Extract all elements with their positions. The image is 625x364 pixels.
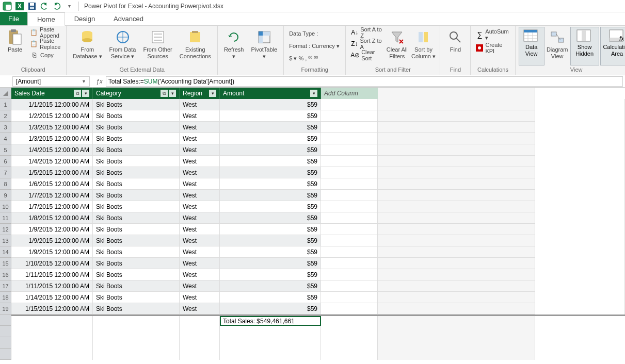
- cell-add[interactable]: [321, 212, 378, 224]
- pivottable-button[interactable]: PivotTable ▾: [248, 27, 280, 65]
- cell-date[interactable]: 1/6/2015 12:00:00 AM: [11, 178, 93, 190]
- tab-design[interactable]: Design: [65, 12, 104, 25]
- cell-category[interactable]: Ski Boots: [93, 178, 180, 190]
- cell-amount[interactable]: $59: [220, 144, 321, 156]
- autosum-button[interactable]: ∑AutoSum ▾: [474, 29, 511, 40]
- cell-region[interactable]: West: [180, 224, 220, 235]
- col-salesdate[interactable]: Sales Date⧉▾: [11, 88, 93, 99]
- cell-category[interactable]: Ski Boots: [93, 292, 180, 303]
- cell-category[interactable]: Ski Boots: [93, 190, 180, 201]
- cell-region[interactable]: West: [180, 167, 220, 178]
- add-column[interactable]: Add Column: [321, 88, 378, 99]
- cell-date[interactable]: 1/5/2015 12:00:00 AM: [11, 167, 93, 178]
- col-amount[interactable]: Amount▾: [220, 88, 321, 99]
- cell-region[interactable]: West: [180, 235, 220, 246]
- measure-cell[interactable]: Total Sales: $549,461,661: [220, 316, 321, 326]
- data-view-button[interactable]: Data View: [519, 27, 544, 65]
- row-number[interactable]: 16: [0, 269, 11, 280]
- cell-region[interactable]: West: [180, 303, 220, 315]
- row-number[interactable]: 19: [0, 303, 11, 315]
- cell-region[interactable]: West: [180, 99, 220, 110]
- row-number[interactable]: 10: [0, 201, 11, 212]
- filter-icon[interactable]: ▾: [310, 90, 317, 97]
- save-icon[interactable]: [27, 1, 37, 11]
- cell-add[interactable]: [321, 178, 378, 190]
- cell-region[interactable]: West: [180, 178, 220, 190]
- cell-date[interactable]: 1/3/2015 12:00:00 AM: [11, 133, 93, 144]
- cell-amount[interactable]: $59: [220, 303, 321, 315]
- select-all-corner[interactable]: [0, 88, 11, 99]
- row-number[interactable]: 18: [0, 292, 11, 303]
- row-number[interactable]: 13: [0, 235, 11, 246]
- redo-icon[interactable]: [52, 1, 62, 11]
- tab-home[interactable]: Home: [27, 12, 65, 26]
- cell-date[interactable]: 1/8/2015 12:00:00 AM: [11, 212, 93, 224]
- cell-date[interactable]: 1/15/2015 12:00:00 AM: [11, 303, 93, 315]
- row-number[interactable]: 8: [0, 178, 11, 190]
- cell-region[interactable]: West: [180, 133, 220, 144]
- cell-add[interactable]: [321, 235, 378, 246]
- cell-date[interactable]: 1/3/2015 12:00:00 AM: [11, 122, 93, 133]
- clear-sort-button[interactable]: A⊘Clear Sort: [349, 49, 384, 61]
- paste-replace-button[interactable]: 📋Paste Replace: [28, 38, 63, 49]
- cell-region[interactable]: West: [180, 201, 220, 212]
- cell-region[interactable]: West: [180, 156, 220, 167]
- cell-amount[interactable]: $59: [220, 110, 321, 122]
- clear-filters-button[interactable]: Clear All Filters: [385, 27, 409, 65]
- row-number[interactable]: 9: [0, 190, 11, 201]
- cell-date[interactable]: 1/1/2015 12:00:00 AM: [11, 99, 93, 110]
- cell-category[interactable]: Ski Boots: [93, 110, 180, 122]
- qat-customize-icon[interactable]: ▾: [64, 1, 74, 11]
- copy-button[interactable]: ⎘Copy: [28, 49, 63, 61]
- cell-date[interactable]: 1/7/2015 12:00:00 AM: [11, 201, 93, 212]
- cell-amount[interactable]: $59: [220, 190, 321, 201]
- cell-date[interactable]: 1/7/2015 12:00:00 AM: [11, 190, 93, 201]
- row-number[interactable]: 15: [0, 258, 11, 269]
- cell-amount[interactable]: $59: [220, 224, 321, 235]
- cell-category[interactable]: Ski Boots: [93, 212, 180, 224]
- row-number[interactable]: 14: [0, 246, 11, 258]
- cell-add[interactable]: [321, 292, 378, 303]
- cell-date[interactable]: 1/4/2015 12:00:00 AM: [11, 156, 93, 167]
- format-dropdown[interactable]: Format : Currency ▾: [287, 40, 342, 52]
- cell-date[interactable]: 1/9/2015 12:00:00 AM: [11, 246, 93, 258]
- row-number[interactable]: 12: [0, 224, 11, 235]
- create-kpi-button[interactable]: Create KPI: [474, 42, 511, 54]
- show-hidden-button[interactable]: Show Hidden: [570, 27, 599, 65]
- cell-category[interactable]: Ski Boots: [93, 99, 180, 110]
- cell-add[interactable]: [321, 246, 378, 258]
- cell-date[interactable]: 1/9/2015 12:00:00 AM: [11, 235, 93, 246]
- cell-category[interactable]: Ski Boots: [93, 144, 180, 156]
- cell-amount[interactable]: $59: [220, 269, 321, 280]
- cell-region[interactable]: West: [180, 110, 220, 122]
- number-format-buttons[interactable]: $ ▾ % , ⁰⁰ ⁰⁰: [287, 53, 342, 64]
- cell-add[interactable]: [321, 280, 378, 292]
- paste-append-button[interactable]: 📋Paste Append: [28, 27, 63, 38]
- row-number[interactable]: 5: [0, 144, 11, 156]
- from-database-button[interactable]: From Database ▾: [70, 27, 105, 65]
- cell-amount[interactable]: $59: [220, 212, 321, 224]
- cell-region[interactable]: West: [180, 280, 220, 292]
- relationship-icon[interactable]: ⧉: [74, 90, 81, 97]
- cell-region[interactable]: West: [180, 190, 220, 201]
- cell-region[interactable]: West: [180, 246, 220, 258]
- cell-amount[interactable]: $59: [220, 280, 321, 292]
- row-number[interactable]: 11: [0, 212, 11, 224]
- cell-amount[interactable]: $59: [220, 201, 321, 212]
- cell-category[interactable]: Ski Boots: [93, 224, 180, 235]
- col-category[interactable]: Category⧉▾: [93, 88, 180, 99]
- row-number[interactable]: 1: [0, 99, 11, 110]
- row-number[interactable]: 3: [0, 122, 11, 133]
- paste-button[interactable]: Paste: [3, 27, 27, 65]
- cell-region[interactable]: West: [180, 144, 220, 156]
- row-number[interactable]: 7: [0, 167, 11, 178]
- cell-add[interactable]: [321, 224, 378, 235]
- cell-add[interactable]: [321, 269, 378, 280]
- cell-category[interactable]: Ski Boots: [93, 133, 180, 144]
- cell-add[interactable]: [321, 167, 378, 178]
- fx-icon[interactable]: ƒx: [93, 78, 106, 85]
- formula-input[interactable]: Total Sales:=SUM('Accounting Data'[Amoun…: [106, 76, 623, 87]
- cell-amount[interactable]: $59: [220, 178, 321, 190]
- row-number[interactable]: 17: [0, 280, 11, 292]
- cell-amount[interactable]: $59: [220, 246, 321, 258]
